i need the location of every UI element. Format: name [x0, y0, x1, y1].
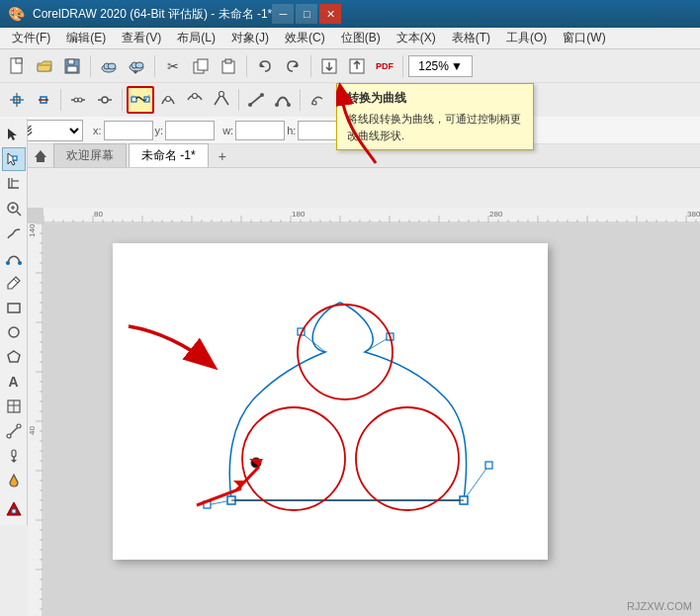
polygon-tool[interactable] — [2, 345, 26, 369]
home-tab-icon[interactable] — [30, 145, 51, 167]
toolbar-separator-5 — [402, 55, 403, 77]
tab-welcome[interactable]: 欢迎屏幕 — [53, 143, 127, 167]
delete-node-button[interactable] — [31, 87, 56, 113]
svg-rect-14 — [225, 59, 231, 63]
ruler-horizontal — [44, 208, 700, 223]
svg-rect-1 — [16, 58, 22, 63]
svg-marker-47 — [35, 150, 46, 162]
menu-object[interactable]: 对象(J) — [223, 28, 277, 48]
connector-tool[interactable] — [2, 419, 26, 443]
toolbar-separator-1 — [90, 55, 91, 77]
pen-tool[interactable] — [2, 271, 26, 295]
tooltip-title: 转换为曲线 — [347, 90, 523, 107]
smooth-node-button[interactable] — [155, 87, 181, 113]
svg-rect-62 — [8, 304, 20, 312]
line-segment-button[interactable] — [243, 87, 269, 113]
zoom-tool[interactable] — [2, 197, 26, 220]
svg-line-37 — [250, 95, 262, 105]
node-edit-tool[interactable] — [2, 147, 26, 171]
menu-bitmap[interactable]: 位图(B) — [333, 28, 389, 48]
tb2-sep3 — [238, 89, 239, 111]
drawing-canvas[interactable] — [44, 223, 700, 616]
import-button[interactable] — [316, 53, 342, 79]
tb2-sep2 — [122, 89, 123, 111]
menu-effects[interactable]: 效果(C) — [277, 28, 333, 48]
svg-point-36 — [219, 92, 224, 97]
canvas-area[interactable]: RJZXW.COM — [28, 208, 700, 616]
symmetrical-node-button[interactable] — [182, 87, 208, 113]
menu-table[interactable]: 表格(T) — [444, 28, 498, 48]
new-button[interactable] — [4, 53, 30, 79]
tab-document[interactable]: 未命名 -1* — [129, 143, 209, 167]
menu-edit[interactable]: 编辑(E) — [58, 28, 114, 48]
tooltip-convert-to-curve: 转换为曲线 将线段转换为曲线，可通过控制柄更改曲线形状. — [336, 83, 534, 150]
table-tool[interactable] — [2, 395, 26, 418]
fill-tool[interactable] — [2, 469, 26, 492]
cusp-node-button[interactable] — [209, 87, 234, 113]
titlebar: 🎨 CorelDRAW 2020 (64-Bit 评估版) - 未命名 -1* … — [0, 0, 700, 28]
svg-rect-82 — [485, 462, 492, 469]
toolbar-separator-4 — [310, 55, 311, 77]
text-tool[interactable]: A — [2, 370, 26, 394]
menu-view[interactable]: 查看(V) — [114, 28, 169, 48]
svg-rect-4 — [67, 66, 77, 72]
menu-layout[interactable]: 布局(L) — [169, 28, 223, 48]
menu-text[interactable]: 文本(X) — [389, 28, 444, 48]
outline-tool[interactable] — [2, 497, 26, 521]
join-nodes-button[interactable] — [92, 87, 118, 113]
convert-to-curve-button[interactable] — [127, 86, 154, 114]
menubar: 文件(F) 编辑(E) 查看(V) 布局(L) 对象(J) 效果(C) 位图(B… — [0, 28, 700, 49]
minimize-button[interactable]: ─ — [272, 4, 294, 24]
svg-point-41 — [287, 103, 291, 107]
menu-tools[interactable]: 工具(O) — [498, 28, 555, 48]
svg-point-60 — [18, 261, 22, 265]
menu-window[interactable]: 窗口(W) — [555, 28, 613, 48]
w-input[interactable] — [235, 121, 285, 140]
bezier-tool[interactable] — [2, 246, 26, 270]
svg-point-69 — [7, 434, 11, 438]
freehand-tool[interactable] — [2, 221, 26, 245]
save-button[interactable] — [59, 53, 85, 79]
watermark: RJZXW.COM — [627, 600, 692, 612]
title-text: CorelDRAW 2020 (64-Bit 评估版) - 未命名 -1* — [33, 6, 272, 23]
y-input[interactable] — [165, 121, 215, 140]
open-button[interactable] — [32, 53, 57, 79]
svg-point-34 — [166, 97, 171, 102]
crop-tool[interactable] — [2, 172, 26, 196]
paste-button[interactable] — [216, 53, 241, 79]
eyedropper-tool[interactable] — [2, 444, 26, 468]
cloud-sync-button[interactable] — [124, 53, 149, 79]
svg-rect-76 — [113, 243, 548, 560]
cloud-button[interactable] — [96, 53, 122, 79]
add-node-button[interactable] — [4, 87, 30, 113]
rectangle-tool[interactable] — [2, 296, 26, 319]
zoom-select[interactable]: 125% ▼ — [408, 55, 473, 77]
menu-file[interactable]: 文件(F) — [4, 28, 58, 48]
cut-button[interactable]: ✂ — [160, 53, 186, 79]
select-tool[interactable] — [2, 123, 26, 146]
x-input[interactable] — [104, 121, 153, 140]
pdf-button[interactable]: PDF — [372, 53, 397, 79]
redo-button[interactable] — [280, 53, 306, 79]
close-button[interactable]: ✕ — [319, 4, 341, 24]
svg-point-35 — [193, 94, 198, 99]
maximize-button[interactable]: □ — [296, 4, 317, 24]
add-tab-button[interactable]: + — [211, 145, 234, 167]
copy-button[interactable] — [188, 53, 214, 79]
drawing-svg — [44, 223, 700, 616]
break-curve-button[interactable] — [65, 87, 91, 113]
svg-point-10 — [135, 62, 143, 68]
curve-segment-button[interactable] — [270, 87, 296, 113]
svg-rect-50 — [13, 156, 17, 160]
undo-button[interactable] — [252, 53, 278, 79]
svg-rect-75 — [12, 509, 16, 513]
elastic-button[interactable] — [305, 87, 330, 113]
svg-point-70 — [17, 424, 21, 428]
toolbar-separator-2 — [154, 55, 155, 77]
svg-rect-12 — [198, 59, 208, 70]
export-button[interactable] — [344, 53, 370, 79]
svg-rect-71 — [12, 450, 16, 457]
ellipse-tool[interactable] — [2, 320, 26, 344]
tb2-sep4 — [300, 89, 301, 111]
ruler-vertical — [28, 223, 44, 616]
